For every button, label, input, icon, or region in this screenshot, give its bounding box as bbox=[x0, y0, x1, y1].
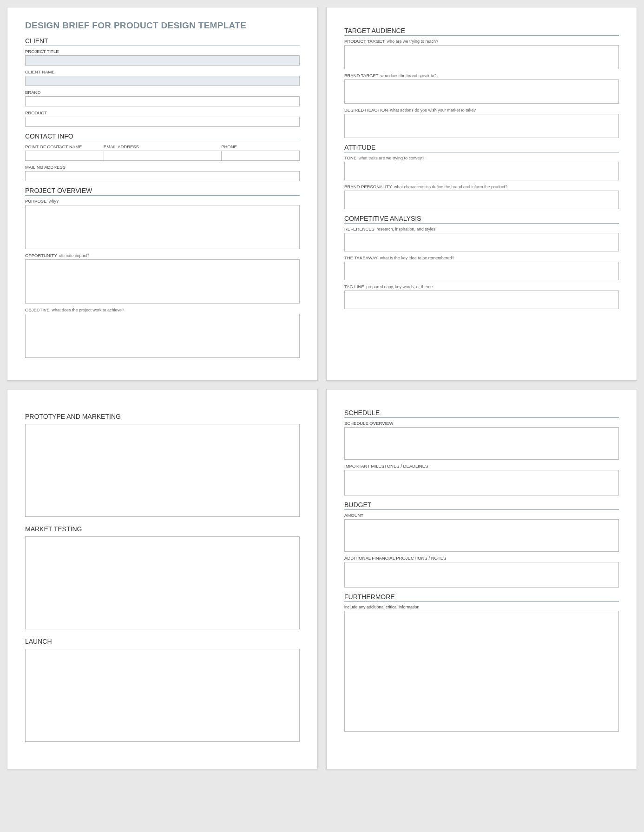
field-purpose: PURPOSE why? bbox=[25, 198, 300, 249]
field-milestones: IMPORTANT MILESTONES / DEADLINES bbox=[344, 463, 619, 495]
section-attitude: ATTITUDE bbox=[344, 144, 619, 152]
input-brand-target[interactable] bbox=[344, 79, 619, 104]
section-contact: CONTACT INFO bbox=[25, 132, 300, 141]
input-budget-notes[interactable] bbox=[344, 562, 619, 588]
hint-takeaway: what is the key idea to be remembered? bbox=[380, 256, 454, 260]
input-purpose[interactable] bbox=[25, 205, 300, 249]
label-launch: LAUNCH bbox=[25, 638, 300, 646]
label-budget-notes: ADDITIONAL FINANCIAL PROJECTIONS / NOTES bbox=[344, 555, 619, 561]
field-brand-personality: BRAND PERSONALITY what characteristics d… bbox=[344, 184, 619, 209]
hint-references: research, inspiration, and styles bbox=[377, 227, 436, 231]
label-brand: BRAND bbox=[25, 90, 300, 95]
hint-desired-reaction: what actions do you wish your market to … bbox=[390, 108, 476, 112]
field-brand-target: BRAND TARGET who does the brand speak to… bbox=[344, 73, 619, 104]
input-budget-amount[interactable] bbox=[344, 519, 619, 552]
label-email: EMAIL ADDRESS bbox=[104, 144, 221, 149]
input-milestones[interactable] bbox=[344, 470, 619, 495]
label-prototype-marketing: PROTOTYPE AND MARKETING bbox=[25, 413, 300, 421]
hint-product-target: who are we trying to reach? bbox=[387, 39, 439, 44]
input-brand[interactable] bbox=[25, 96, 300, 106]
label-milestones: IMPORTANT MILESTONES / DEADLINES bbox=[344, 463, 619, 469]
field-furthermore: include any additional critical informat… bbox=[344, 605, 619, 732]
input-objective[interactable] bbox=[25, 314, 300, 358]
input-launch[interactable] bbox=[25, 649, 300, 742]
input-product[interactable] bbox=[25, 117, 300, 127]
label-tagline: TAG LINE prepared copy, key words, or th… bbox=[344, 284, 619, 289]
input-takeaway[interactable] bbox=[344, 262, 619, 280]
hint-objective: what does the project work to achieve? bbox=[52, 308, 124, 312]
field-product: PRODUCT bbox=[25, 110, 300, 127]
field-budget-amount: AMOUNT bbox=[344, 513, 619, 552]
input-tone[interactable] bbox=[344, 162, 619, 180]
label-desired-reaction-text: DESIRED REACTION bbox=[344, 107, 388, 112]
field-tagline: TAG LINE prepared copy, key words, or th… bbox=[344, 284, 619, 309]
input-schedule-overview[interactable] bbox=[344, 427, 619, 460]
section-schedule: SCHEDULE bbox=[344, 409, 619, 418]
page-3: PROTOTYPE AND MARKETING MARKET TESTING L… bbox=[7, 389, 318, 769]
field-phone: PHONE bbox=[221, 144, 300, 161]
hint-brand-target: who does the brand speak to? bbox=[381, 73, 437, 78]
label-product-target-text: PRODUCT TARGET bbox=[344, 39, 385, 44]
field-desired-reaction: DESIRED REACTION what actions do you wis… bbox=[344, 107, 619, 138]
field-references: REFERENCES research, inspiration, and st… bbox=[344, 226, 619, 251]
label-desired-reaction: DESIRED REACTION what actions do you wis… bbox=[344, 107, 619, 112]
hint-furthermore: include any additional critical informat… bbox=[344, 605, 619, 609]
section-furthermore: FURTHERMORE bbox=[344, 593, 619, 602]
hint-tone: what traits are we trying to convey? bbox=[359, 156, 424, 160]
label-brand-personality-text: BRAND PERSONALITY bbox=[344, 184, 392, 189]
contact-row: POINT OF CONTACT NAME EMAIL ADDRESS PHON… bbox=[25, 144, 300, 161]
field-prototype-marketing: PROTOTYPE AND MARKETING bbox=[25, 413, 300, 517]
input-mailing[interactable] bbox=[25, 171, 300, 181]
label-tone-text: TONE bbox=[344, 155, 356, 160]
hint-brand-personality: what characteristics define the brand an… bbox=[394, 185, 507, 189]
field-takeaway: THE TAKEAWAY what is the key idea to be … bbox=[344, 255, 619, 280]
main-title: DESIGN BRIEF FOR PRODUCT DESIGN TEMPLATE bbox=[25, 20, 300, 31]
input-poc[interactable] bbox=[25, 151, 104, 161]
section-client: CLIENT bbox=[25, 37, 300, 46]
label-opportunity-text: OPPORTUNITY bbox=[25, 253, 57, 258]
page-2: TARGET AUDIENCE PRODUCT TARGET who are w… bbox=[326, 7, 637, 381]
field-product-target: PRODUCT TARGET who are we trying to reac… bbox=[344, 39, 619, 69]
input-references[interactable] bbox=[344, 233, 619, 251]
field-schedule-overview: SCHEDULE OVERVIEW bbox=[344, 421, 619, 460]
label-market-testing: MARKET TESTING bbox=[25, 525, 300, 534]
label-phone: PHONE bbox=[221, 144, 300, 149]
label-purpose: PURPOSE why? bbox=[25, 198, 300, 204]
label-product: PRODUCT bbox=[25, 110, 300, 115]
section-competitive: COMPETITIVE ANALYSIS bbox=[344, 215, 619, 224]
input-product-target[interactable] bbox=[344, 45, 619, 69]
label-tone: TONE what traits are we trying to convey… bbox=[344, 155, 619, 160]
field-client-name: CLIENT NAME bbox=[25, 69, 300, 86]
field-project-title: PROJECT TITLE bbox=[25, 49, 300, 66]
input-prototype-marketing[interactable] bbox=[25, 424, 300, 517]
section-budget: BUDGET bbox=[344, 501, 619, 510]
label-project-title: PROJECT TITLE bbox=[25, 49, 300, 54]
field-market-testing: MARKET TESTING bbox=[25, 525, 300, 629]
input-furthermore[interactable] bbox=[344, 611, 619, 732]
label-poc: POINT OF CONTACT NAME bbox=[25, 144, 104, 149]
input-email[interactable] bbox=[104, 151, 221, 161]
page-grid: DESIGN BRIEF FOR PRODUCT DESIGN TEMPLATE… bbox=[7, 7, 637, 769]
label-product-target: PRODUCT TARGET who are we trying to reac… bbox=[344, 39, 619, 44]
field-email: EMAIL ADDRESS bbox=[104, 144, 221, 161]
input-desired-reaction[interactable] bbox=[344, 114, 619, 138]
page-4: SCHEDULE SCHEDULE OVERVIEW IMPORTANT MIL… bbox=[326, 389, 637, 769]
input-tagline[interactable] bbox=[344, 291, 619, 309]
input-brand-personality[interactable] bbox=[344, 191, 619, 209]
field-poc: POINT OF CONTACT NAME bbox=[25, 144, 104, 161]
label-brand-target: BRAND TARGET who does the brand speak to… bbox=[344, 73, 619, 78]
label-objective-text: OBJECTIVE bbox=[25, 307, 50, 312]
label-mailing: MAILING ADDRESS bbox=[25, 165, 300, 170]
hint-tagline: prepared copy, key words, or theme bbox=[366, 284, 433, 289]
input-phone[interactable] bbox=[221, 151, 300, 161]
input-opportunity[interactable] bbox=[25, 259, 300, 304]
field-mailing: MAILING ADDRESS bbox=[25, 165, 300, 181]
label-takeaway: THE TAKEAWAY what is the key idea to be … bbox=[344, 255, 619, 260]
field-launch: LAUNCH bbox=[25, 638, 300, 742]
label-schedule-overview: SCHEDULE OVERVIEW bbox=[344, 421, 619, 426]
field-tone: TONE what traits are we trying to convey… bbox=[344, 155, 619, 180]
input-client-name[interactable] bbox=[25, 76, 300, 86]
input-project-title[interactable] bbox=[25, 55, 300, 66]
label-brand-personality: BRAND PERSONALITY what characteristics d… bbox=[344, 184, 619, 189]
input-market-testing[interactable] bbox=[25, 536, 300, 629]
